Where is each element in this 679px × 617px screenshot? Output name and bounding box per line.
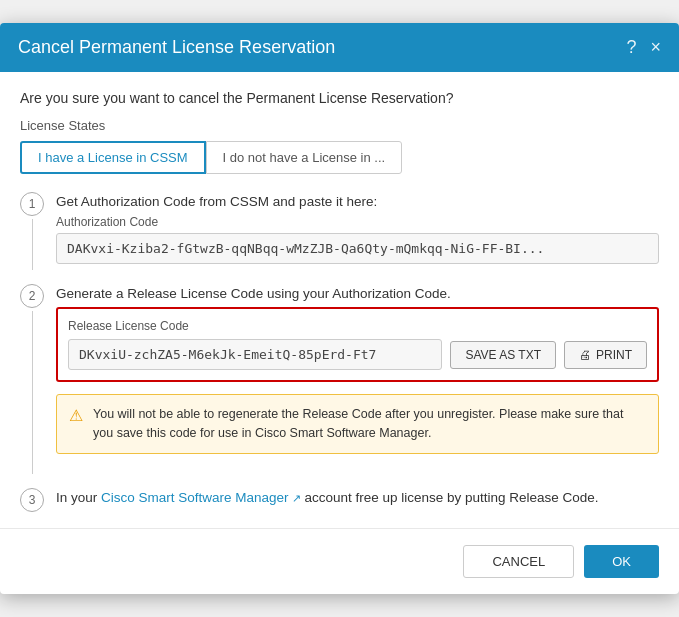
step1-title: Get Authorization Code from CSSM and pas… [56, 192, 659, 209]
print-button[interactable]: 🖨 PRINT [564, 341, 647, 369]
tab-has-license[interactable]: I have a License in CSSM [20, 141, 206, 174]
step3-section: 3 In your Cisco Smart Software Manager a… [20, 488, 659, 514]
warning-text: You will not be able to regenerate the R… [93, 405, 646, 443]
step1-section: 1 Get Authorization Code from CSSM and p… [20, 192, 659, 270]
close-icon[interactable]: × [650, 37, 661, 58]
license-tab-group: I have a License in CSSM I do not have a… [20, 141, 659, 174]
step1-circle: 1 [20, 192, 44, 216]
warning-box: ⚠ You will not be able to regenerate the… [56, 394, 659, 454]
help-icon[interactable]: ? [626, 37, 636, 58]
step2-indicator: 2 [20, 284, 44, 474]
tab-no-license[interactable]: I do not have a License in ... [206, 141, 403, 174]
step3-text-before: In your [56, 490, 101, 505]
header-icons: ? × [626, 37, 661, 58]
print-icon: 🖨 [579, 348, 591, 362]
auth-code-label: Authorization Code [56, 215, 659, 229]
release-code-box: Release License Code DKvxiU-zchZA5-M6ekJ… [56, 307, 659, 382]
ok-button[interactable]: OK [584, 545, 659, 578]
dialog-body: Are you sure you want to cancel the Perm… [0, 72, 679, 514]
confirm-text: Are you sure you want to cancel the Perm… [20, 90, 659, 106]
dialog-title: Cancel Permanent License Reservation [18, 37, 335, 58]
step2-title: Generate a Release License Code using yo… [56, 284, 659, 301]
dialog-footer: CANCEL OK [0, 528, 679, 594]
print-label: PRINT [596, 348, 632, 362]
step3-circle: 3 [20, 488, 44, 512]
step2-line [32, 311, 33, 474]
step3-text-after: account free up license by putting Relea… [301, 490, 599, 505]
cancel-plr-dialog: Cancel Permanent License Reservation ? ×… [0, 23, 679, 594]
release-code-row: DKvxiU-zchZA5-M6ekJk-EmeitQ-85pErd-Ft7 S… [68, 339, 647, 370]
step2-section: 2 Generate a Release License Code using … [20, 284, 659, 474]
cssm-link[interactable]: Cisco Smart Software Manager [101, 490, 301, 505]
save-txt-label: SAVE AS TXT [465, 348, 541, 362]
step2-content: Generate a Release License Code using yo… [56, 284, 659, 474]
step1-content: Get Authorization Code from CSSM and pas… [56, 192, 659, 270]
release-code-value: DKvxiU-zchZA5-M6ekJk-EmeitQ-85pErd-Ft7 [68, 339, 442, 370]
release-code-label: Release License Code [68, 319, 647, 333]
cancel-button[interactable]: CANCEL [463, 545, 574, 578]
step3-content: In your Cisco Smart Software Manager acc… [56, 488, 659, 514]
step2-circle: 2 [20, 284, 44, 308]
step3-text: In your Cisco Smart Software Manager acc… [56, 488, 659, 508]
save-as-txt-button[interactable]: SAVE AS TXT [450, 341, 556, 369]
warning-icon: ⚠ [69, 406, 83, 425]
auth-code-value: DAKvxi-Kziba2-fGtwzB-qqNBqq-wMzZJB-Qa6Qt… [56, 233, 659, 264]
dialog-header: Cancel Permanent License Reservation ? × [0, 23, 679, 72]
step1-indicator: 1 [20, 192, 44, 270]
license-states-label: License States [20, 118, 659, 133]
step1-line [32, 219, 33, 270]
step3-indicator: 3 [20, 488, 44, 514]
